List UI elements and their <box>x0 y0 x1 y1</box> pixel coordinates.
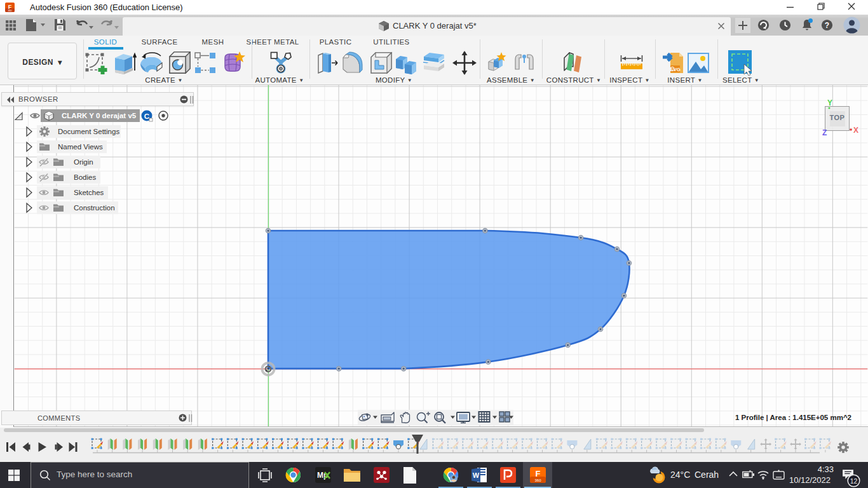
svg-text:Bodies: Bodies <box>74 173 96 181</box>
svg-text:Y: Y <box>827 98 832 107</box>
svg-text:Z: Z <box>822 128 827 137</box>
svg-text:X: X <box>853 126 858 135</box>
svg-text:W: W <box>473 471 480 479</box>
svg-text:Origin: Origin <box>74 158 93 166</box>
svg-text:360: 360 <box>534 478 541 482</box>
svg-text:F: F <box>536 469 541 478</box>
svg-text:?: ? <box>825 21 829 30</box>
svg-text:CLARK Y 0 derajat v5: CLARK Y 0 derajat v5 <box>62 112 137 119</box>
svg-text:Sketches: Sketches <box>74 189 104 196</box>
svg-text:C: C <box>144 112 149 120</box>
svg-text:Named Views: Named Views <box>58 143 103 151</box>
svg-text:Document Settings: Document Settings <box>58 128 119 135</box>
svg-text:360: 360 <box>8 10 12 12</box>
svg-text:12: 12 <box>850 477 858 485</box>
svg-text:Construction: Construction <box>74 204 115 212</box>
svg-text:F: F <box>8 4 12 10</box>
